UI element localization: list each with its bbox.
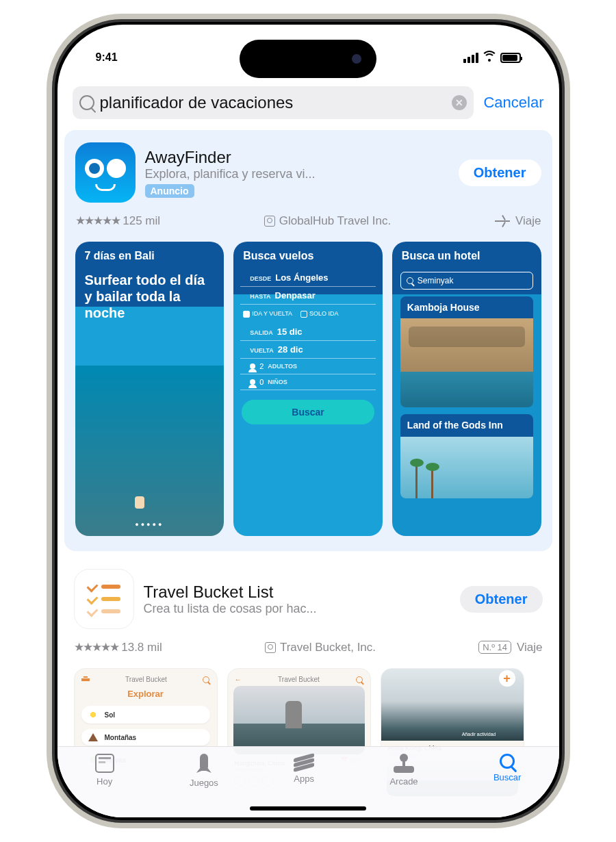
status-time: 9:41 [96, 51, 118, 64]
add-icon: + [499, 670, 515, 687]
surfer-graphic [135, 496, 144, 509]
app-category: Viaje [515, 214, 541, 228]
search-field[interactable]: planificador de vacaciones ✕ [73, 86, 474, 119]
ad-badge: Anuncio [145, 184, 194, 198]
rating-count: 125 mil [123, 214, 160, 227]
plane-icon [495, 220, 510, 222]
clear-icon[interactable]: ✕ [452, 95, 467, 110]
cancel-button[interactable]: Cancelar [483, 94, 543, 112]
tab-search[interactable]: Buscar [493, 754, 521, 817]
home-indicator[interactable] [250, 806, 366, 811]
search-row: planificador de vacaciones ✕ Cancelar [57, 86, 559, 127]
arcade-icon [394, 754, 414, 773]
app-tagline: Crea tu lista de cosas por hac... [144, 602, 450, 616]
cellular-icon [463, 52, 478, 63]
page-dots: ●●●●● [75, 521, 224, 528]
screenshot-3[interactable]: Busca un hotel Seminyak Kamboja House La… [392, 242, 541, 536]
developer-icon [264, 216, 275, 227]
today-icon [95, 754, 114, 773]
flight-search-button: Buscar [242, 400, 374, 424]
search-icon [356, 676, 363, 683]
star-rating: ★★★★★ [74, 641, 118, 654]
menu-icon [81, 678, 90, 681]
tab-today[interactable]: Hoy [95, 754, 114, 817]
app-name: Travel Bucket List [144, 583, 450, 602]
developer-name: Travel Bucket, Inc. [280, 641, 376, 654]
get-button[interactable]: Obtener [460, 586, 543, 613]
tab-games[interactable]: Juegos [190, 754, 218, 817]
dynamic-island [240, 40, 376, 78]
games-icon [194, 754, 214, 774]
search-icon [79, 95, 94, 110]
rating-count: 13.8 mil [121, 641, 162, 654]
rank-badge: N.º 14 [478, 641, 511, 654]
tab-arcade[interactable]: Arcade [389, 754, 418, 817]
search-icon [203, 676, 209, 683]
app-tagline: Explora, planifica y reserva vi... [145, 167, 449, 181]
app-category: Viaje [517, 641, 543, 654]
app-icon-awayfinder [75, 142, 136, 203]
sponsored-result[interactable]: AwayFinder Explora, planifica y reserva … [64, 130, 552, 551]
developer-icon [265, 642, 276, 653]
back-icon: ← [235, 676, 242, 683]
wifi-icon [483, 52, 496, 63]
search-tab-icon [500, 754, 515, 769]
developer-name: GlobalHub Travel Inc. [279, 214, 391, 228]
apps-icon [294, 754, 314, 770]
app-icon-bucketlist [74, 569, 134, 629]
get-button[interactable]: Obtener [459, 160, 541, 186]
star-rating: ★★★★★ [75, 214, 120, 227]
app-name: AwayFinder [145, 148, 449, 167]
search-query: planificador de vacaciones [100, 93, 452, 112]
battery-icon [500, 53, 521, 63]
screenshot-1[interactable]: 7 días en Bali Surfear todo el día y bai… [75, 242, 224, 536]
screenshot-2[interactable]: Busca vuelos DESDELos Ángeles HASTADenpa… [233, 242, 383, 536]
